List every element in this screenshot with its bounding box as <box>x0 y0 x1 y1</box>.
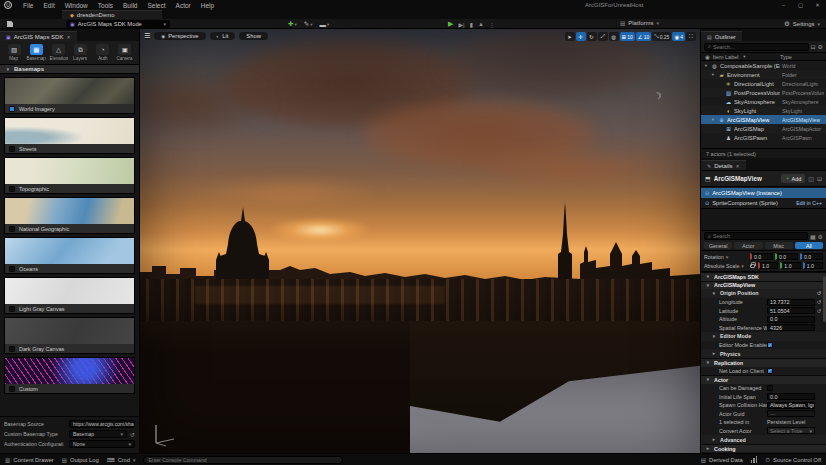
view-mode-dropdown[interactable]: ◐Lit <box>210 32 236 40</box>
property-can-be-damaged-field[interactable] <box>767 385 773 391</box>
basemap-card[interactable]: Dark Gray Canvas <box>4 317 135 354</box>
menu-item[interactable]: Select <box>142 2 170 9</box>
component-row[interactable]: ⊙ SpriteComponent (Sprite) Edit in C++ <box>701 198 826 208</box>
rotation-snap-icon[interactable]: ∠10 <box>636 32 652 41</box>
reset-icon[interactable]: ↺ <box>815 299 823 305</box>
arcgis-tool-button[interactable]: ▦ Basemap <box>26 44 47 61</box>
platforms-dropdown[interactable]: ▤ Platforms ▾ <box>620 20 659 26</box>
cmd-dropdown[interactable]: ⌨ Cmd ▾ <box>107 457 136 463</box>
details-category-advanced[interactable]: ▸Advanced <box>701 435 826 444</box>
outliner-settings-icon[interactable]: ⚙ <box>818 43 823 50</box>
basemap-checkbox[interactable] <box>9 306 15 312</box>
tab-arcgis-maps-sdk[interactable]: ▣ ArcGIS Maps SDK ✕ <box>0 31 77 41</box>
stop-button[interactable]: ▮ <box>470 21 473 28</box>
details-category-cooking[interactable]: ▸Cooking <box>701 444 826 453</box>
auth-config-select[interactable]: None▾ <box>69 440 135 448</box>
content-drawer-button[interactable]: ▥ Content Drawer <box>5 457 54 463</box>
settings-dropdown[interactable]: ⚙ Settings ▾ <box>784 20 820 28</box>
details-settings-icon[interactable]: ⚙ <box>818 233 823 240</box>
outliner-row[interactable]: ♟ ArcGISPawn ArcGISPawn <box>701 133 826 142</box>
details-filter-tab[interactable]: Misc <box>765 242 793 249</box>
details-category-arcgismapview[interactable]: ▾ArcGISMapView <box>701 281 826 290</box>
basemap-checkbox[interactable] <box>9 226 15 232</box>
cinematics-button[interactable]: ▬▾ <box>319 21 329 28</box>
basemap-card[interactable]: Light Gray Canvas <box>4 277 135 314</box>
details-filter-tab[interactable]: General <box>704 242 732 249</box>
play-button[interactable]: ▶ <box>448 20 453 28</box>
basemap-card[interactable]: Topographic <box>4 157 135 194</box>
basemap-checkbox[interactable] <box>9 266 15 272</box>
scale-tool-icon[interactable]: ⤢ <box>598 32 608 41</box>
basemap-card[interactable]: National Geographic <box>4 197 135 234</box>
arcgis-tool-button[interactable]: ⧉ Layers <box>70 44 91 61</box>
menu-item[interactable]: Window <box>60 2 93 9</box>
maximize-button[interactable]: ▢ <box>792 0 809 10</box>
details-filter-tab[interactable]: All <box>795 242 823 249</box>
visibility-column-icon[interactable]: ◉ <box>705 54 710 60</box>
reset-icon[interactable]: ↺ <box>815 308 823 314</box>
level-tab[interactable]: ◆ dresdenDemo <box>62 10 162 19</box>
details-category-editor-mode[interactable]: ▾Editor Mode <box>701 332 826 341</box>
basemap-checkbox[interactable] <box>9 386 15 392</box>
minimize-button[interactable]: – <box>775 0 792 10</box>
output-log-button[interactable]: ▤ Output Log <box>62 457 99 463</box>
basemap-card[interactable]: World Imagery <box>4 77 135 114</box>
custom-basemap-type-select[interactable]: Basemap▾ <box>69 430 127 438</box>
basemap-checkbox[interactable] <box>9 106 15 112</box>
network-status-icon[interactable] <box>751 456 758 463</box>
camera-speed-icon[interactable]: ◉4 <box>672 32 685 41</box>
details-category-actor[interactable]: ▾Actor <box>701 375 826 384</box>
outliner-row[interactable]: ☁ SkyAtmosphere SkyAtmosphere <box>701 97 826 106</box>
basemap-checkbox[interactable] <box>9 146 15 152</box>
basemap-source-input[interactable]: https://www.arcgis.com/sharing/rest <box>69 420 135 428</box>
details-search-input[interactable] <box>713 233 804 239</box>
play-options-icon[interactable]: ⋮ <box>489 21 495 28</box>
menu-item[interactable]: Help <box>196 2 219 9</box>
viewport-menu-icon[interactable]: ☰ <box>144 32 150 40</box>
details-filter-tab[interactable]: Actor <box>734 242 762 249</box>
menu-item[interactable]: File <box>18 2 38 9</box>
scale-snap-icon[interactable]: ⤡0.25 <box>652 32 671 41</box>
property-editor-mode-enabled-field[interactable]: ✓ <box>767 342 773 348</box>
outliner-row[interactable]: ▾ ◍ ComposableSample (Editor) World <box>701 61 826 70</box>
item-label-column[interactable]: Item Label <box>713 54 739 60</box>
basemaps-section-header[interactable]: ▾ Basemaps <box>0 65 139 74</box>
outliner-row[interactable]: ▾ ⊕ ArcGISMapView ArcGISMapView <box>701 115 826 124</box>
arcgis-tool-button[interactable]: ▨ Map <box>4 44 25 61</box>
expander-icon[interactable]: ▾ <box>710 72 716 77</box>
add-component-button[interactable]: ＋Add <box>781 174 805 183</box>
details-category-physics[interactable]: ▸Physics <box>701 349 826 358</box>
world-space-icon[interactable]: ◍ <box>609 32 619 41</box>
unlock-icon[interactable]: ⊡ <box>817 175 822 182</box>
scale-lock-icon[interactable] <box>750 264 755 268</box>
source-control-button[interactable]: ∅ Source Control Off <box>765 457 821 463</box>
scale-x-field[interactable]: 1.0 <box>758 262 778 269</box>
property-spatial-reference-wkid-field[interactable]: 4326 <box>767 324 815 331</box>
display-filter-icon[interactable]: ▦ <box>810 233 816 240</box>
property-longitude-field[interactable]: 13.7372 <box>767 299 815 306</box>
tab-outliner[interactable]: ▤ Outliner <box>701 31 742 41</box>
blueprints-button[interactable]: ✎▾ <box>304 20 313 28</box>
rotate-tool-icon[interactable]: ↻ <box>587 32 597 41</box>
rotation-x-field[interactable]: 0.0 <box>750 253 773 260</box>
rotation-y-field[interactable]: 0.0 <box>775 253 798 260</box>
basemap-card[interactable]: Oceans <box>4 237 135 274</box>
rotation-label[interactable]: Rotation▾ <box>704 254 748 260</box>
close-icon[interactable]: ✕ <box>736 163 740 169</box>
menu-item[interactable]: Tools <box>93 2 118 9</box>
outliner-row[interactable]: ▧ PostProcessVolume PostProcessVolume <box>701 88 826 97</box>
close-button[interactable]: ✕ <box>809 0 826 10</box>
move-tool-icon[interactable]: ✛ <box>576 32 586 41</box>
outliner-row[interactable]: ⊞ ArcGISMap ArcGISMapActor <box>701 124 826 133</box>
property-convert-actor-field[interactable]: Select a Type▾ <box>767 427 815 434</box>
rotation-z-field[interactable]: 0.0 <box>800 253 823 260</box>
save-icon[interactable] <box>7 21 13 27</box>
tab-details[interactable]: ✎ Details ✕ <box>701 160 746 170</box>
reset-icon[interactable]: ↺ <box>130 431 135 438</box>
eject-button[interactable]: ▲ <box>478 21 484 27</box>
details-category-arcgismaps-sdk[interactable]: ▾ArcGISMaps SDK <box>701 272 826 281</box>
editor-mode-dropdown[interactable]: ▣ ArcGIS Maps SDK Mode ▾ <box>66 20 170 28</box>
outliner-search-input[interactable] <box>713 44 804 50</box>
outliner-row[interactable]: ☀ DirectionalLight DirectionalLight <box>701 79 826 88</box>
outliner-row[interactable]: ▾ ▰ Environment Folder <box>701 70 826 79</box>
